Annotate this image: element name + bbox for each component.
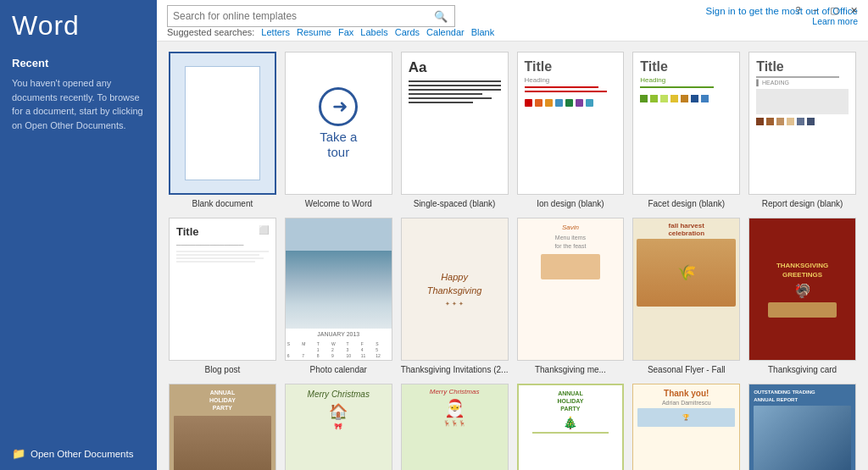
template-label-thanksgiving-me: Thanksgiving me... <box>535 364 606 375</box>
template-thank-you[interactable]: Thank you! Adrian Damitrescu 🏆 Thank you… <box>632 384 740 470</box>
template-label-ion: Ion design (blank) <box>537 198 604 209</box>
window-controls: ? − ▢ ✕ <box>792 3 861 18</box>
templates-area[interactable]: Blank document ➜ Take atour Welcome to W… <box>157 41 868 470</box>
template-tour[interactable]: ➜ Take atour Welcome to Word <box>285 52 392 209</box>
topbar: 🔍 Sign in to get the most out of Office … <box>157 0 868 41</box>
suggested-label: Suggested searches: <box>167 27 254 37</box>
template-label-thanksgiving-inv: Thanksgiving Invitations (2... <box>401 364 509 375</box>
suggested-labels[interactable]: Labels <box>360 27 387 37</box>
search-button[interactable]: 🔍 <box>432 10 449 23</box>
template-christmas-cards[interactable]: Merry Christmas 🎅 🦌🦌🦌 Christmas cards <box>401 384 509 470</box>
template-thumb-blank <box>169 52 276 195</box>
suggested-cards[interactable]: Cards <box>395 27 420 37</box>
template-thumb-ion: Title Heading <box>517 52 625 195</box>
template-label-report: Report design (blank) <box>762 198 843 209</box>
template-thumb-annual-report: Outstanding TradingAnnual Report <box>748 384 856 470</box>
template-thumb-single-spaced: Aa <box>401 52 509 195</box>
templates-grid: Blank document ➜ Take atour Welcome to W… <box>169 52 856 470</box>
suggested-row: Suggested searches: Letters Resume Fax L… <box>167 27 858 37</box>
restore-button[interactable]: ▢ <box>826 3 842 18</box>
close-button[interactable]: ✕ <box>847 3 861 18</box>
template-label-tour: Welcome to Word <box>305 198 372 209</box>
template-thumb-thanksgiving-card: THANKSGIVINGGREETINGS 🦃 <box>748 218 856 361</box>
template-blank[interactable]: Blank document <box>169 52 276 209</box>
template-christmas-notecard[interactable]: Merry Christmas 🏠 🎀 Christmas notecard <box>285 384 392 470</box>
template-thumb-thank-you: Thank you! Adrian Damitrescu 🏆 <box>632 384 740 470</box>
template-annual-report[interactable]: Outstanding TradingAnnual Report Annual … <box>748 384 856 470</box>
template-label-thanksgiving-card: Thanksgiving card <box>768 364 837 375</box>
open-btn-label: Open Other Documents <box>31 449 133 459</box>
template-photo-cal[interactable]: JANUARY 2013 SMTWTFS 12345 6789101112 Ph… <box>285 218 392 375</box>
template-facet[interactable]: Title Heading Facet design (blank) <box>632 52 740 209</box>
template-seasonal-fall[interactable]: fall harvestcelebration 🌾 Seasonal Flyer… <box>632 218 740 375</box>
template-thumb-holiday-party: AnnualHolidayParty 🎄 <box>517 384 625 470</box>
template-thumb-report: Title ▌ HEADING <box>748 52 856 195</box>
template-thumb-photo-cal: JANUARY 2013 SMTWTFS 12345 6789101112 <box>285 218 392 361</box>
template-blog[interactable]: Title ────────────── ⬜ Blog post <box>169 218 276 375</box>
template-thumb-christmas-cards: Merry Christmas 🎅 🦌🦌🦌 <box>401 384 509 470</box>
open-other-documents-button[interactable]: 📁 Open Other Documents <box>12 447 145 460</box>
template-single-spaced[interactable]: Aa Single-spaced (blank) <box>401 52 509 209</box>
template-label-facet: Facet design (blank) <box>648 198 725 209</box>
search-box[interactable]: 🔍 <box>167 5 455 27</box>
template-thumb-christmas-notecard: Merry Christmas 🏠 🎀 <box>285 384 392 470</box>
template-thumb-tour: ➜ Take atour <box>285 52 392 195</box>
template-label-seasonal-fall: Seasonal Flyer - Fall <box>648 364 726 375</box>
minimize-button[interactable]: − <box>810 3 821 18</box>
template-thumb-seasonal-fall: fall harvestcelebration 🌾 <box>632 218 740 361</box>
template-thumb-thanksgiving-me: Savin Menu itemsfor the feast <box>517 218 625 361</box>
folder-icon: 📁 <box>12 447 25 460</box>
template-thanksgiving-me[interactable]: Savin Menu itemsfor the feast Thanksgivi… <box>517 218 625 375</box>
sidebar: Word Recent You haven't opened any docum… <box>0 0 157 470</box>
main-content: ? − ▢ ✕ 🔍 Sign in to get the most out of… <box>157 0 868 470</box>
app-title: Word <box>12 10 145 41</box>
suggested-fax[interactable]: Fax <box>338 27 353 37</box>
suggested-resume[interactable]: Resume <box>297 27 331 37</box>
suggested-calendar[interactable]: Calendar <box>426 27 465 37</box>
template-thumb-blog: Title ────────────── ⬜ <box>169 218 276 361</box>
template-thumb-facet: Title Heading <box>632 52 740 195</box>
template-label-blank: Blank document <box>192 198 253 209</box>
template-business-holiday[interactable]: AnnualHolidayParty Business holiday part… <box>169 384 276 470</box>
template-ion[interactable]: Title Heading Ion design (blank) <box>517 52 625 209</box>
template-thumb-thanksgiving-inv: HappyThanksgiving ✦ ✦ ✦ <box>401 218 509 361</box>
template-label-blog: Blog post <box>205 364 241 375</box>
template-holiday-party[interactable]: AnnualHolidayParty 🎄 Holiday party invit… <box>517 384 625 470</box>
suggested-blank[interactable]: Blank <box>471 27 495 37</box>
template-thumb-business-holiday: AnnualHolidayParty <box>169 384 276 470</box>
help-button[interactable]: ? <box>792 3 804 18</box>
search-input[interactable] <box>173 10 432 22</box>
template-label-photo-cal: Photo calendar <box>310 364 367 375</box>
recent-label: Recent <box>12 57 145 69</box>
suggested-letters[interactable]: Letters <box>261 27 290 37</box>
no-docs-text: You haven't opened any documents recentl… <box>12 76 145 132</box>
template-label-single-spaced: Single-spaced (blank) <box>414 198 496 209</box>
template-report[interactable]: Title ▌ HEADING Report design (blank) <box>748 52 856 209</box>
template-thanksgiving-inv[interactable]: HappyThanksgiving ✦ ✦ ✦ Thanksgiving Inv… <box>401 218 509 375</box>
template-thanksgiving-card[interactable]: THANKSGIVINGGREETINGS 🦃 Thanksgiving car… <box>748 218 856 375</box>
